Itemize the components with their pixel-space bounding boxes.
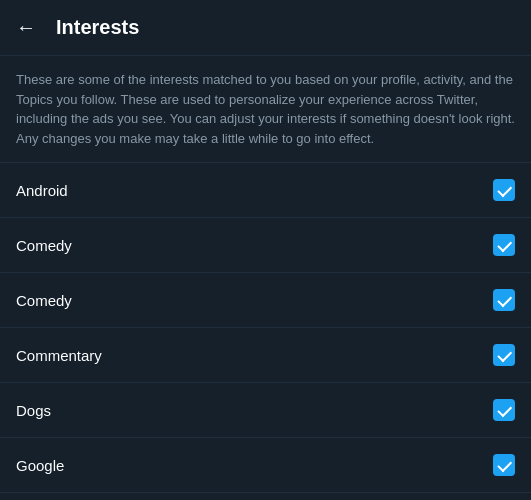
interests-list: AndroidComedyComedyCommentaryDogsGoogleM… <box>0 163 531 500</box>
back-button[interactable]: ← <box>16 12 44 43</box>
interest-item[interactable]: Dogs <box>0 383 531 438</box>
page-container: ← Interests These are some of the intere… <box>0 0 531 500</box>
back-icon: ← <box>16 16 36 39</box>
interest-label: Dogs <box>16 402 51 419</box>
interest-item[interactable]: Comedy <box>0 273 531 328</box>
interest-label: Android <box>16 182 68 199</box>
interest-checkbox[interactable] <box>493 399 515 421</box>
interest-checkbox[interactable] <box>493 344 515 366</box>
interest-checkbox[interactable] <box>493 454 515 476</box>
page-header: ← Interests <box>0 0 531 56</box>
interest-checkbox[interactable] <box>493 289 515 311</box>
page-title: Interests <box>56 16 139 39</box>
interest-checkbox[interactable] <box>493 179 515 201</box>
interest-item[interactable]: Android <box>0 163 531 218</box>
interest-item[interactable]: Google <box>0 438 531 493</box>
interest-label: Commentary <box>16 347 102 364</box>
interest-label: Comedy <box>16 292 72 309</box>
interest-checkbox[interactable] <box>493 234 515 256</box>
interest-item[interactable]: Comedy <box>0 218 531 273</box>
interest-item[interactable]: Microsoft <box>0 493 531 500</box>
description-text: These are some of the interests matched … <box>0 56 531 163</box>
interest-label: Comedy <box>16 237 72 254</box>
interest-label: Google <box>16 457 64 474</box>
interest-item[interactable]: Commentary <box>0 328 531 383</box>
